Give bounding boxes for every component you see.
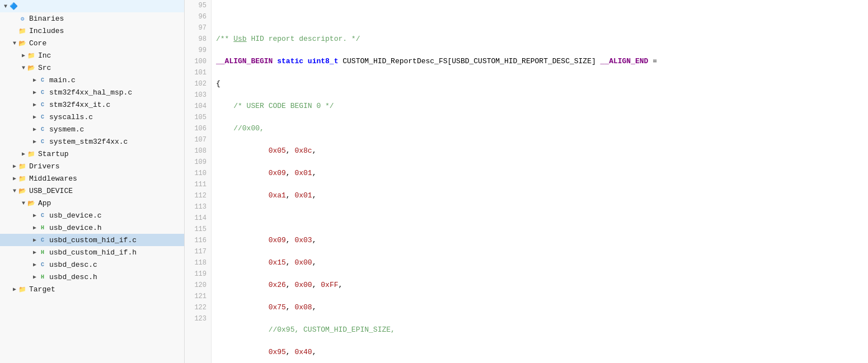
main-c-label: main.c	[49, 76, 76, 84]
inc-folder-icon: 📁	[27, 51, 36, 60]
hal-msp-c-label: stm32f4xx_hal_msp.c	[49, 88, 132, 97]
code-line-104	[216, 213, 868, 224]
syscalls-c-label: syscalls.c	[49, 113, 93, 121]
code-line-97: __ALIGN_BEGIN static uint8_t CUSTOM_HID_…	[216, 56, 868, 67]
sidebar-item-drivers[interactable]: ▶ 📁 Drivers	[0, 160, 184, 172]
sidebar-item-inc[interactable]: ▶ 📁 Inc	[0, 49, 184, 62]
usb-device-label: USB_DEVICE	[29, 187, 73, 195]
project-arrow: ▼	[2, 3, 9, 10]
file-c-icon7: C	[38, 211, 47, 220]
sidebar-item-src[interactable]: ▼ 📂 Src	[0, 62, 184, 74]
sidebar-item-usbd-custom-hid-if-c[interactable]: ▶ C usbd_custom_hid_if.c	[0, 234, 184, 246]
sidebar-item-system-c[interactable]: ▶ C system_stm32f4xx.c	[0, 135, 184, 148]
file-c-icon9: C	[38, 260, 47, 269]
ide-icon: 🔷	[9, 2, 18, 11]
sidebar-item-usb-device-h[interactable]: ▶ H usb_device.h	[0, 221, 184, 234]
code-line-103: 0xa1, 0x01,	[216, 190, 868, 201]
sidebar-item-usb-device-c[interactable]: ▶ C usb_device.c	[0, 209, 184, 221]
code-line-108: 0x75, 0x08,	[216, 302, 868, 313]
sidebar-item-startup[interactable]: ▶ 📁 Startup	[0, 148, 184, 160]
sidebar-item-app[interactable]: ▼ 📂 App	[0, 197, 184, 209]
code-editor: 95 96 97 98 99 100 101 102 103 104 105 1…	[185, 0, 868, 363]
sidebar-item-main-c[interactable]: ▶ C main.c	[0, 74, 184, 86]
code-line-106: 0x15, 0x00,	[216, 257, 868, 268]
system-c-label: system_stm32f4xx.c	[49, 138, 128, 146]
sidebar-item-usbd-desc-c[interactable]: ▶ C usbd_desc.c	[0, 258, 184, 271]
includes-folder-icon: 📁	[18, 26, 27, 35]
code-line-105: 0x09, 0x03,	[216, 235, 868, 246]
file-c-icon: C	[38, 76, 47, 84]
file-h-icon2: H	[38, 248, 47, 257]
middlewares-folder-icon: 📁	[18, 174, 27, 183]
app-label: App	[38, 199, 51, 208]
sidebar-item-sysmem-c[interactable]: ▶ C sysmem.c	[0, 123, 184, 135]
startup-label: Startup	[38, 150, 69, 158]
file-c-icon2: C	[38, 88, 47, 97]
code-line-109: //0x95, CUSTOM_HID_EPIN_SIZE,	[216, 324, 868, 336]
file-h-icon1: H	[38, 223, 47, 232]
startup-folder-icon: 📁	[27, 149, 36, 158]
usbd-custom-hid-if-c-label: usbd_custom_hid_if.c	[49, 236, 137, 244]
includes-label: Includes	[29, 27, 64, 35]
file-c-icon8: C	[38, 235, 47, 244]
sidebar-item-middlewares[interactable]: ▶ 📁 Middlewares	[0, 172, 184, 185]
target-folder-icon: 📁	[18, 285, 27, 294]
file-c-icon4: C	[38, 112, 47, 121]
code-line-98: {	[216, 78, 868, 89]
code-line-102: 0x09, 0x01,	[216, 168, 868, 179]
usb-device-h-label: usb_device.h	[49, 224, 102, 232]
sidebar-item-syscalls-c[interactable]: ▶ C syscalls.c	[0, 111, 184, 123]
usbd-desc-h-label: usbd_desc.h	[49, 273, 97, 281]
code-content[interactable]: /** Usb HID report descriptor. */ __ALIG…	[212, 0, 868, 363]
code-line-101: 0x05, 0x8c,	[216, 145, 868, 157]
sidebar-item-it-c[interactable]: ▶ C stm32f4xx_it.c	[0, 98, 184, 111]
project-root[interactable]: ▼ 🔷	[0, 0, 184, 12]
code-line-100: //0x00,	[216, 123, 868, 134]
sidebar-item-binaries[interactable]: ⚙ Binaries	[0, 12, 184, 25]
core-folder-icon: 📂	[18, 39, 27, 48]
src-label: Src	[38, 64, 51, 72]
binary-icon: ⚙	[18, 14, 27, 23]
inc-label: Inc	[38, 51, 51, 60]
app-folder-icon: 📂	[27, 199, 36, 208]
sidebar-item-hal-msp-c[interactable]: ▶ C stm32f4xx_hal_msp.c	[0, 86, 184, 98]
usbd-custom-hid-if-h-label: usbd_custom_hid_if.h	[49, 248, 137, 257]
code-line-96: /** Usb HID report descriptor. */	[216, 34, 868, 45]
sidebar-item-usbd-desc-h[interactable]: ▶ H usbd_desc.h	[0, 271, 184, 283]
code-line-107: 0x26, 0x00, 0xFF,	[216, 280, 868, 291]
sidebar-item-includes[interactable]: 📁 Includes	[0, 25, 184, 37]
file-c-icon5: C	[38, 125, 47, 134]
middlewares-label: Middlewares	[29, 175, 77, 183]
sidebar-item-target[interactable]: ▶ 📁 Target	[0, 283, 184, 295]
usb-device-c-label: usb_device.c	[49, 211, 102, 220]
sidebar-item-usbd-custom-hid-if-h[interactable]: ▶ H usbd_custom_hid_if.h	[0, 246, 184, 258]
file-h-icon3: H	[38, 272, 47, 281]
code-line-99: /* USER CODE BEGIN 0 */	[216, 101, 868, 112]
sysmem-c-label: sysmem.c	[49, 125, 84, 134]
sidebar-item-usb-device[interactable]: ▼ 📂 USB_DEVICE	[0, 185, 184, 197]
core-label: Core	[29, 39, 46, 48]
sidebar-item-core[interactable]: ▼ 📂 Core	[0, 37, 184, 49]
file-tree[interactable]: ▼ 🔷 ⚙ Binaries 📁 Includes ▼ 📂 Core ▶ 📁 I…	[0, 0, 185, 363]
code-line-110: 0x95, 0x40,	[216, 347, 868, 358]
drivers-folder-icon: 📁	[18, 162, 27, 171]
drivers-label: Drivers	[29, 162, 60, 171]
src-folder-icon: 📂	[27, 63, 36, 72]
usbd-desc-c-label: usbd_desc.c	[49, 261, 97, 269]
file-c-icon6: C	[38, 137, 47, 146]
binaries-label: Binaries	[29, 15, 64, 23]
code-line-95	[216, 11, 868, 22]
target-label: Target	[29, 285, 55, 294]
file-c-icon3: C	[38, 100, 47, 109]
line-numbers: 95 96 97 98 99 100 101 102 103 104 105 1…	[185, 0, 212, 363]
usb-device-folder-icon: 📂	[18, 186, 27, 195]
it-c-label: stm32f4xx_it.c	[49, 101, 110, 109]
code-area[interactable]: 95 96 97 98 99 100 101 102 103 104 105 1…	[185, 0, 868, 363]
